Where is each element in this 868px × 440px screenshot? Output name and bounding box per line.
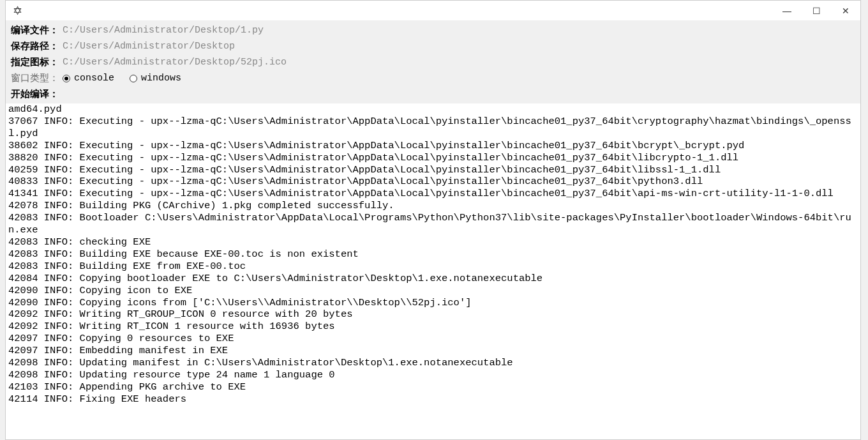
log-output[interactable]: amd64.pyd 37067 INFO: Executing - upx--l… [6, 103, 860, 439]
titlebar: ✡ — ☐ ✕ [6, 1, 860, 21]
compile-file-value[interactable]: C:/Users/Administrator/Desktop/1.py [63, 25, 264, 36]
radio-dot-icon [130, 75, 137, 82]
window-type-row: 窗口类型： console windows [11, 70, 855, 86]
maximize-button[interactable]: ☐ [802, 1, 831, 21]
window-type-label: 窗口类型： [11, 72, 59, 84]
icon-value[interactable]: C:/Users/Administrator/Desktop/52pj.ico [63, 57, 287, 68]
save-path-row: 保存路径： C:/Users/Administrator/Desktop [11, 38, 855, 54]
radio-console[interactable]: console [63, 73, 114, 84]
save-path-value[interactable]: C:/Users/Administrator/Desktop [63, 41, 235, 52]
icon-label: 指定图标： [11, 56, 59, 68]
close-button[interactable]: ✕ [831, 1, 860, 21]
start-compile-row: 开始编译： [11, 86, 855, 102]
app-icon: ✡ [11, 4, 24, 17]
settings-panel: 编译文件： C:/Users/Administrator/Desktop/1.p… [6, 21, 860, 103]
window-type-radio-group: console windows [63, 73, 191, 84]
icon-row: 指定图标： C:/Users/Administrator/Desktop/52p… [11, 54, 855, 70]
start-compile-label: 开始编译： [11, 88, 59, 100]
radio-windows[interactable]: windows [130, 73, 181, 84]
radio-console-label: console [74, 73, 114, 84]
compile-file-row: 编译文件： C:/Users/Administrator/Desktop/1.p… [11, 22, 855, 38]
compile-file-label: 编译文件： [11, 24, 59, 36]
minimize-button[interactable]: — [772, 1, 802, 21]
radio-windows-label: windows [141, 73, 181, 84]
save-path-label: 保存路径： [11, 40, 59, 52]
app-window: ✡ — ☐ ✕ 编译文件： C:/Users/Administrator/Des… [5, 0, 861, 440]
radio-dot-icon [63, 75, 70, 82]
window-controls: — ☐ ✕ [772, 1, 860, 21]
